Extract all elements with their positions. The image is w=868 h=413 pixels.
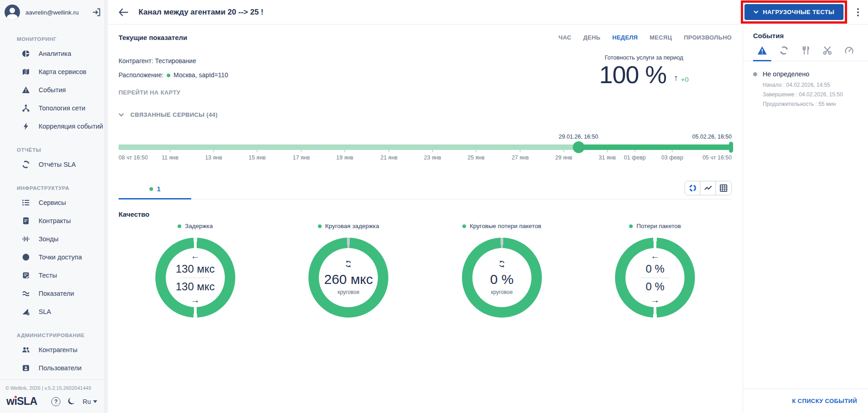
logout-icon[interactable] xyxy=(92,8,101,17)
related-services-toggle[interactable]: СВЯЗАННЫЕ СЕРВИСЫ (44) xyxy=(119,111,732,118)
sidebar-item-label: Отчёты SLA xyxy=(39,161,76,168)
arrow-left-icon: ← xyxy=(650,251,660,260)
location-line: Расположение: Москва, sapId=110 xyxy=(119,68,228,82)
sidebar-item-indicators[interactable]: Показатели xyxy=(0,284,107,303)
events-tab-cut[interactable] xyxy=(818,46,836,61)
sla-gear-icon xyxy=(21,307,30,316)
availability-delta: +0 xyxy=(681,75,689,83)
caret-down-icon xyxy=(93,400,97,403)
sidebar-item-sla[interactable]: SLA xyxy=(0,303,107,321)
sidebar-item-analytics[interactable]: Аналитика xyxy=(0,45,107,63)
version-text: © Wellink, 2026 | v.5.2.15.2602041449 xyxy=(5,383,102,393)
axis-tick: 21 янв xyxy=(380,150,397,161)
slider-handle[interactable] xyxy=(573,141,585,153)
language-selector[interactable]: Ru xyxy=(83,398,97,405)
time-range-slider[interactable]: 29.01.26, 16:50 05.02.26, 16:50 08 чт 16… xyxy=(119,144,732,171)
location-value: Москва, sapId=110 xyxy=(174,68,228,82)
contractor-line: Контрагент: Тестирование xyxy=(119,54,228,68)
avatar[interactable] xyxy=(5,5,20,20)
section-monitoring: МОНИТОРИНГ xyxy=(17,36,107,42)
slider-end-handle[interactable] xyxy=(729,142,733,153)
scissors-icon xyxy=(823,46,832,55)
slider-start-label: 29.01.26, 16:50 xyxy=(559,134,598,140)
tab-service-1[interactable]: 1 xyxy=(119,181,191,199)
tab-day[interactable]: ДЕНЬ xyxy=(583,34,600,41)
tab-month[interactable]: МЕСЯЦ xyxy=(650,34,672,41)
status-green-dot xyxy=(149,187,153,191)
axis-tick: 03 февр xyxy=(661,150,683,161)
sidebar-item-probes[interactable]: Зонды xyxy=(0,230,107,248)
event-item[interactable]: Не определено Начало : 04.02.2026, 14:55… xyxy=(743,61,868,118)
events-panel: События xyxy=(743,25,868,413)
sidebar: aavrelin@wellink.ru МОНИТОРИНГ Аналитика… xyxy=(0,0,108,413)
gauge-value: 0 % xyxy=(490,272,514,287)
sidebar-item-services[interactable]: Сервисы xyxy=(0,194,107,212)
axis-tick: 11 янв xyxy=(162,150,179,161)
language-label: Ru xyxy=(83,398,91,405)
events-tab-threshold[interactable] xyxy=(840,46,858,61)
event-status-dot xyxy=(753,72,757,76)
events-title: События xyxy=(743,25,868,40)
service-tab-badge: 1 xyxy=(157,185,161,193)
service-info: Контрагент: Тестирование Расположение: М… xyxy=(119,54,228,100)
kebab-menu-icon[interactable] xyxy=(854,6,862,18)
sidebar-item-contracts[interactable]: Контракты xyxy=(0,212,107,230)
main-content: Текущие показатели ЧАС ДЕНЬ НЕДЕЛЯ МЕСЯЦ… xyxy=(108,25,743,413)
slider-track[interactable] xyxy=(119,144,732,150)
sidebar-item-counterparties[interactable]: Контрагенты xyxy=(0,341,107,359)
status-green-dot xyxy=(178,224,181,228)
status-green-dot xyxy=(462,224,466,228)
page-title: Канал между агентами 20 --> 25 ! xyxy=(139,8,263,17)
sidebar-item-label: Точки доступа xyxy=(39,254,82,261)
sidebar-item-users[interactable]: Пользователи xyxy=(0,359,107,377)
donut-gauge: ← 130 мкс 130 мкс → xyxy=(155,238,235,318)
related-services-label: СВЯЗАННЫЕ СЕРВИСЫ (44) xyxy=(130,111,218,118)
sidebar-item-label: Показатели xyxy=(39,290,74,297)
sidebar-item-sla-reports[interactable]: Отчёты SLA xyxy=(0,155,107,174)
gauge-value-backward: 130 мкс xyxy=(176,280,215,293)
header-actions: НАГРУЗОЧНЫЕ ТЕСТЫ xyxy=(741,0,862,24)
go-to-map-link[interactable]: ПЕРЕЙТИ НА КАРТУ xyxy=(119,85,228,100)
load-tests-button[interactable]: НАГРУЗОЧНЫЕ ТЕСТЫ xyxy=(744,4,844,20)
sidebar-item-topology[interactable]: Топология сети xyxy=(0,99,107,117)
gauge-title: Потери пакетов xyxy=(636,223,681,229)
refresh-circle-icon xyxy=(21,160,30,169)
axis-tick: 25 янв xyxy=(467,150,485,161)
sidebar-item-label: Карта сервисов xyxy=(39,68,86,75)
section-administration: АДМИНИСТРИРОВАНИЕ xyxy=(17,333,107,338)
sidebar-item-access-points[interactable]: Точки доступа xyxy=(0,248,107,266)
gauge-value-forward: 0 % xyxy=(646,263,665,275)
events-list-link[interactable]: К СПИСКУ СОБЫТИЙ xyxy=(792,398,857,404)
section-infrastructure: ИНФРАСТРУКТУРА xyxy=(17,185,107,191)
availability-block: Готовность услуги за период 100 % ↑ +0 xyxy=(599,54,689,100)
sidebar-item-tests[interactable]: Тесты xyxy=(0,266,107,284)
page-header: Канал между агентами 20 --> 25 ! НАГРУЗО… xyxy=(108,0,868,25)
axis-tick: 08 чт 16:50 xyxy=(119,150,148,161)
gauge-packet-loss: Потери пакетов ← 0 % 0 % → xyxy=(579,223,732,318)
table-view-button[interactable] xyxy=(716,181,731,195)
back-arrow-icon[interactable] xyxy=(119,8,129,16)
topology-icon xyxy=(21,104,30,113)
current-indicators-title: Текущие показатели xyxy=(119,34,187,41)
tab-custom[interactable]: ПРОИЗВОЛЬНО xyxy=(684,34,732,41)
line-chart-icon xyxy=(704,184,712,192)
help-icon[interactable]: ? xyxy=(51,397,60,406)
service-tabs-row: 1 xyxy=(119,181,732,199)
events-tab-alerts[interactable] xyxy=(753,46,771,61)
sidebar-item-service-map[interactable]: Карта сервисов xyxy=(0,63,107,81)
dark-mode-icon[interactable] xyxy=(67,397,76,406)
sidebar-item-events[interactable]: События xyxy=(0,81,107,99)
circle-icon xyxy=(21,253,30,262)
tab-week[interactable]: НЕДЕЛЯ xyxy=(612,34,638,41)
lightning-icon xyxy=(21,122,30,131)
chart-view-button[interactable] xyxy=(700,181,716,195)
wisla-logo: wiSLA xyxy=(6,395,37,408)
map-icon xyxy=(21,67,30,76)
events-tab-maintenance[interactable] xyxy=(797,46,815,61)
sidebar-item-event-correlation[interactable]: Корреляция событий xyxy=(0,117,107,135)
arrow-right-icon: → xyxy=(650,295,660,304)
events-tab-refresh[interactable] xyxy=(775,46,793,61)
sidebar-item-label: Зонды xyxy=(39,235,59,243)
donut-view-button[interactable] xyxy=(685,181,700,195)
tab-hour[interactable]: ЧАС xyxy=(559,34,572,41)
